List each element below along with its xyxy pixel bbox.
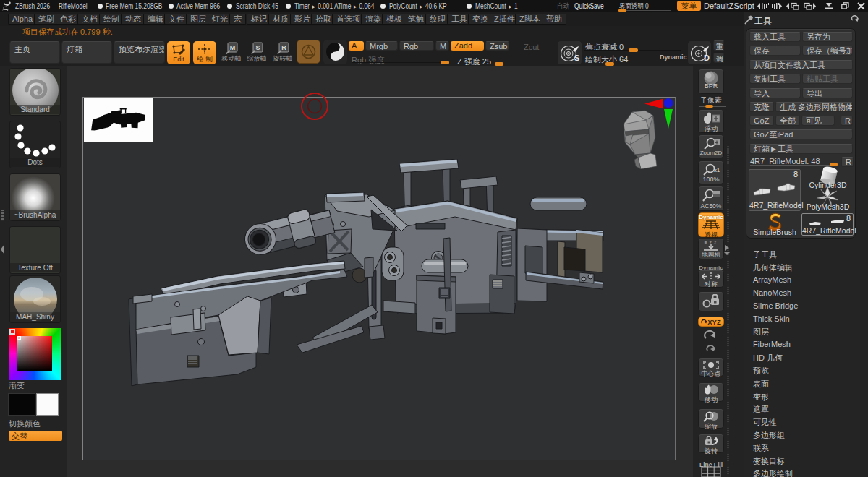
svg-text:S: S [574, 53, 579, 62]
svg-text:x1: x1 [714, 168, 720, 173]
svg-text:R: R [281, 44, 286, 51]
svg-text:S: S [255, 44, 260, 51]
svg-text:D: D [704, 53, 710, 62]
svg-text:M: M [230, 44, 236, 51]
